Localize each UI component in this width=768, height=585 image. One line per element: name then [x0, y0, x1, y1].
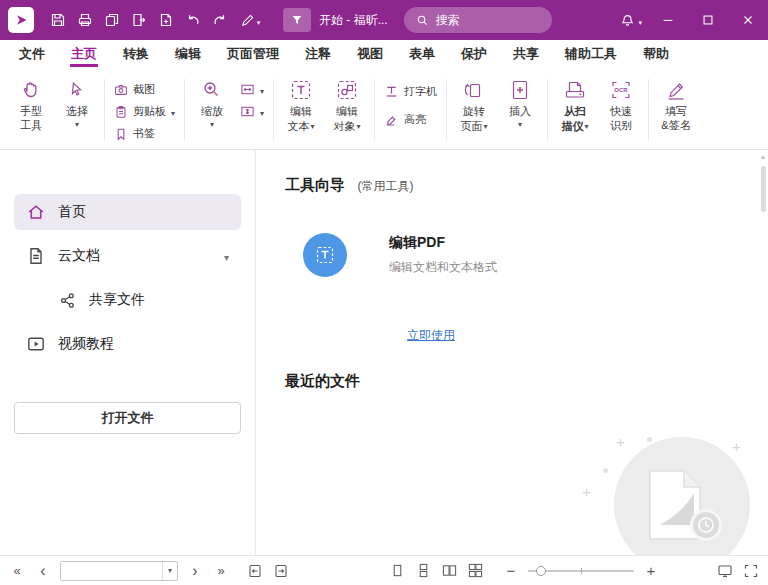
menu-item-file[interactable]: 文件: [6, 40, 58, 68]
home-icon: [26, 202, 46, 222]
hand-tool-button[interactable]: 手型 工具: [8, 73, 54, 147]
minimize-button[interactable]: [648, 0, 688, 40]
edit-object-icon: [335, 76, 359, 104]
last-page-button[interactable]: [212, 560, 230, 582]
edit-pdf-icon: [303, 233, 347, 277]
menu-item-edit[interactable]: 编辑: [162, 40, 214, 68]
page-number-box: [60, 561, 178, 581]
page-dropdown-chevron-icon[interactable]: [162, 562, 177, 580]
highlighter-icon: [384, 112, 399, 127]
fit-screen-button[interactable]: [716, 560, 734, 582]
page-number-input[interactable]: [61, 562, 162, 580]
insert-button[interactable]: 插入: [497, 73, 543, 147]
ribbon-separator: [547, 79, 548, 141]
insert-page-icon: [508, 76, 532, 104]
card-description: 编辑文档和文本格式: [389, 259, 497, 276]
content-area: 首页 云文档 共享文件 视频教程 打开文件 工具向导 (常用工具): [0, 150, 768, 555]
chevron-down-icon[interactable]: [224, 248, 229, 264]
from-scanner-button[interactable]: 从扫 描仪: [552, 73, 598, 147]
select-tool-button[interactable]: 选择: [54, 73, 100, 147]
edit-pdf-card[interactable]: 编辑PDF 编辑文档和文本格式: [303, 233, 497, 277]
decoration-dot: [647, 437, 652, 442]
chevron-down-icon: [257, 13, 261, 28]
maximize-button[interactable]: [688, 0, 728, 40]
zoom-tool-button[interactable]: 缩放: [189, 73, 235, 147]
redo-button[interactable]: [206, 7, 233, 34]
clipboard-button[interactable]: 剪贴板: [114, 102, 175, 121]
chevron-down-icon: [210, 119, 214, 128]
menu-item-home[interactable]: 主页: [58, 40, 110, 68]
sidebar-item-shared-files[interactable]: 共享文件: [14, 282, 241, 318]
highlight-button[interactable]: 高亮: [384, 110, 437, 129]
typewriter-button[interactable]: 打字机: [384, 82, 437, 101]
menu-item-form[interactable]: 表单: [396, 40, 448, 68]
zoom-slider[interactable]: [528, 570, 634, 572]
menu-item-page-management[interactable]: 页面管理: [214, 40, 292, 68]
chevron-down-icon[interactable]: [638, 11, 642, 29]
rotate-pages-button[interactable]: 旋转 页面: [451, 73, 497, 147]
edit-text-button[interactable]: 编辑 文本: [278, 73, 324, 147]
fill-sign-button[interactable]: 填写 &签名: [653, 73, 699, 147]
continuous-view-button[interactable]: [414, 560, 432, 582]
fit-width-button[interactable]: [240, 80, 264, 99]
use-now-link[interactable]: 立即使用: [407, 327, 455, 344]
fit-page-button[interactable]: [240, 102, 264, 121]
next-view-button[interactable]: [272, 560, 290, 582]
first-page-button[interactable]: [8, 560, 26, 582]
quick-ocr-button[interactable]: OCR 快速 识别: [598, 73, 644, 147]
pencil-sign-icon: [664, 76, 688, 104]
card-title: 编辑PDF: [389, 234, 497, 252]
search-box[interactable]: 搜索: [404, 7, 552, 33]
menu-item-comment[interactable]: 注释: [292, 40, 344, 68]
start-tab[interactable]: 开始 - 福昕...: [283, 8, 388, 32]
decoration-plus: +: [582, 484, 591, 499]
titlebar-right-controls: [616, 0, 768, 40]
single-page-view-button[interactable]: [388, 560, 406, 582]
fullscreen-button[interactable]: [742, 560, 760, 582]
ribbon-separator: [648, 79, 649, 141]
scroll-up-arrow-icon[interactable]: ▲: [758, 152, 768, 162]
save-button[interactable]: [44, 7, 71, 34]
share-document-button[interactable]: [125, 7, 152, 34]
next-page-button[interactable]: [186, 560, 204, 582]
comment-tools-group: 打字机 高亮: [384, 73, 437, 147]
zoom-slider-thumb[interactable]: [536, 566, 546, 576]
tools-heading-row: 工具向导 (常用工具): [285, 176, 768, 195]
new-document-button[interactable]: [152, 7, 179, 34]
undo-button[interactable]: [179, 7, 206, 34]
zoom-out-button[interactable]: [502, 560, 520, 582]
zoom-in-button[interactable]: [642, 560, 660, 582]
facing-view-button[interactable]: [440, 560, 458, 582]
foxit-empty-state-watermark: [614, 437, 750, 555]
snapshot-button[interactable]: 截图: [114, 80, 175, 99]
bookmark-icon: [114, 127, 128, 141]
previous-view-button[interactable]: [246, 560, 264, 582]
sidebar-item-video-tutorials[interactable]: 视频教程: [14, 326, 241, 362]
filter-view-icon[interactable]: [283, 8, 311, 32]
scrollbar-thumb[interactable]: [761, 166, 766, 212]
vertical-scrollbar[interactable]: ▲: [758, 152, 768, 553]
sidebar-item-cloud-documents[interactable]: 云文档: [14, 238, 241, 274]
annotate-tool-button[interactable]: [233, 7, 267, 34]
video-icon: [26, 334, 46, 354]
menu-item-share[interactable]: 共享: [500, 40, 552, 68]
open-file-button[interactable]: 打开文件: [14, 402, 241, 434]
menu-item-protect[interactable]: 保护: [448, 40, 500, 68]
bookmark-button[interactable]: 书签: [114, 124, 175, 143]
previous-page-button[interactable]: [34, 560, 52, 582]
menu-item-view[interactable]: 视图: [344, 40, 396, 68]
menu-item-accessibility-tools[interactable]: 辅助工具: [552, 40, 630, 68]
start-tab-title: 开始 - 福昕...: [319, 12, 388, 29]
menu-item-convert[interactable]: 转换: [110, 40, 162, 68]
edit-object-button[interactable]: 编辑 对象: [324, 73, 370, 147]
notifications-bell-button[interactable]: [616, 7, 638, 34]
facing-continuous-view-button[interactable]: [466, 560, 484, 582]
search-placeholder: 搜索: [436, 12, 460, 29]
menu-item-help[interactable]: 帮助: [630, 40, 682, 68]
copy-button[interactable]: [98, 7, 125, 34]
sidebar-item-home[interactable]: 首页: [14, 194, 241, 230]
ribbon-separator: [446, 79, 447, 141]
close-button[interactable]: [728, 0, 768, 40]
foxit-logo-icon[interactable]: [8, 7, 34, 33]
print-button[interactable]: [71, 7, 98, 34]
